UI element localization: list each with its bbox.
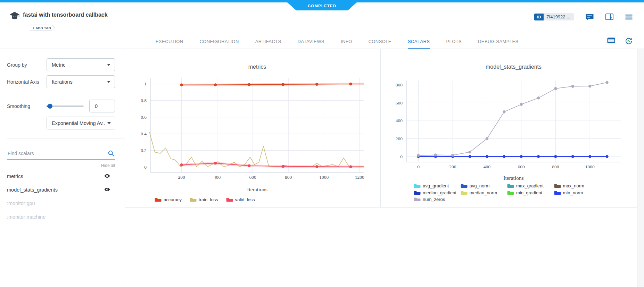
legend-swatch <box>460 190 468 195</box>
header: COMPLETED fastai with tensorboard callba… <box>0 0 644 49</box>
x-axis-label: Iterations <box>406 175 621 181</box>
svg-text:400: 400 <box>396 118 403 123</box>
scrollbar-gutter[interactable] <box>637 49 644 287</box>
legend-label: accuracy <box>164 197 182 202</box>
legend-swatch <box>460 183 468 188</box>
svg-text:0.2: 0.2 <box>141 148 147 153</box>
legend-label: min_norm <box>563 190 583 195</box>
legend-item-avg_gradient[interactable]: avg_gradient <box>413 183 460 189</box>
legend-swatch <box>507 190 514 195</box>
chevron-down-icon <box>107 64 110 66</box>
experiment-type-icon <box>9 11 20 20</box>
smoothing-value-input[interactable] <box>89 100 115 112</box>
scalar-group-label: :monitor:machine <box>7 214 46 220</box>
legend-item-min_gradient[interactable]: min_gradient <box>507 189 554 196</box>
smoothing-method-value: Exponential Moving Av... <box>52 120 105 126</box>
svg-text:1000: 1000 <box>585 164 595 169</box>
add-tag-label: + ADD TAG <box>30 25 55 31</box>
tab-console[interactable]: CONSOLE <box>369 39 391 49</box>
tab-info[interactable]: INFO <box>341 39 352 49</box>
details-panel-icon[interactable] <box>586 14 594 20</box>
add-tag-button[interactable]: + ADD TAG <box>30 25 55 31</box>
scalar-group-label: metrics <box>7 174 23 179</box>
eye-visibility-icon[interactable] <box>104 174 110 178</box>
legend-label: train_loss <box>199 197 218 202</box>
legend-label: num_zeros <box>423 197 445 202</box>
smoothing-method-select[interactable]: Exponential Moving Av... <box>47 117 115 129</box>
legend-item-max_norm[interactable]: max_norm <box>554 183 601 189</box>
legend-item-median_norm[interactable]: median_norm <box>460 189 507 196</box>
legend-item-train_loss[interactable]: train_loss <box>189 196 218 203</box>
scalars-sidebar: Group by Metric Horizontal Axis Iteratio… <box>0 49 124 287</box>
legend-item-avg_norm[interactable]: avg_norm <box>460 183 507 189</box>
group-by-select[interactable]: Metric <box>47 58 115 71</box>
chart-model-stats-gradients[interactable]: model_stats_gradients0200400600800100002… <box>380 49 637 208</box>
legend-swatch <box>554 190 561 195</box>
eye-visibility-icon[interactable] <box>104 187 110 192</box>
svg-text:1200: 1200 <box>355 175 364 180</box>
tab-execution[interactable]: EXECUTION <box>156 39 183 49</box>
scalar-group-row-metrics[interactable]: metrics <box>0 169 124 183</box>
svg-text:200: 200 <box>178 175 185 180</box>
svg-text:0: 0 <box>417 164 420 169</box>
experiment-id-value: 7f419922 ... <box>544 13 574 20</box>
chart-legend: avg_gradientavg_normmax_gradientmax_norm… <box>413 183 600 203</box>
legend-item-min_norm[interactable]: min_norm <box>554 189 601 196</box>
search-icon[interactable] <box>108 150 114 158</box>
menu-icon[interactable] <box>625 14 633 20</box>
status-badge: COMPLETED <box>287 2 357 10</box>
svg-text:600: 600 <box>249 175 257 180</box>
legend-item-max_gradient[interactable]: max_gradient <box>507 183 554 189</box>
find-scalars-input[interactable] <box>7 150 104 157</box>
legend-swatch <box>189 197 197 202</box>
legend-item-valid_loss[interactable]: valid_loss <box>226 196 255 203</box>
legend-item-num_zeros[interactable]: num_zeros <box>413 196 460 203</box>
svg-text:600: 600 <box>518 164 525 169</box>
chevron-down-icon <box>107 122 111 124</box>
auto-refresh-icon[interactable] <box>625 37 633 45</box>
top-status-strip <box>0 0 644 2</box>
tab-scalars[interactable]: SCALARS <box>408 39 430 49</box>
legend-swatch <box>226 197 233 202</box>
legend-label: min_gradient <box>516 190 542 195</box>
tab-configuration[interactable]: CONFIGURATION <box>199 39 239 49</box>
horizontal-axis-label: Horizontal Axis <box>7 79 47 85</box>
legend-swatch <box>554 183 561 188</box>
smoothing-slider[interactable] <box>47 104 84 109</box>
legend-label: max_norm <box>563 183 584 188</box>
tab-dataviews[interactable]: DATAVIEWS <box>298 39 324 49</box>
smoothing-label: Smoothing <box>7 103 47 109</box>
experiment-id-chip[interactable]: ID 7f419922 ... <box>534 13 574 20</box>
legend-swatch <box>413 197 421 202</box>
legend-swatch <box>507 183 514 188</box>
info-panel-icon[interactable] <box>605 14 613 20</box>
horizontal-axis-select[interactable]: Iterations <box>47 75 115 88</box>
chart-title: model_stats_gradients <box>406 64 621 70</box>
table-view-icon[interactable] <box>607 37 615 45</box>
chart-legend: accuracytrain_lossvalid_loss <box>154 196 255 203</box>
tab-bar: EXECUTIONCONFIGURATIONARTIFACTSDATAVIEWS… <box>156 39 519 49</box>
scalar-group-row-model-stats-gradients[interactable]: model_stats_gradients <box>0 183 124 196</box>
chart-metrics[interactable]: metrics2004006008001000120000.20.40.60.8… <box>125 49 380 208</box>
tab-artifacts[interactable]: ARTIFACTS <box>255 39 281 49</box>
svg-text:400: 400 <box>484 164 491 169</box>
id-badge: ID <box>534 14 544 20</box>
tab-debug-samples[interactable]: DEBUG SAMPLES <box>478 39 518 49</box>
slider-thumb[interactable] <box>48 104 52 109</box>
scalar-group-row--monitor-machine[interactable]: :monitor:machine <box>0 210 124 223</box>
svg-text:0: 0 <box>144 164 147 170</box>
svg-text:200: 200 <box>449 164 456 169</box>
divider <box>7 138 124 138</box>
tab-plots[interactable]: PLOTS <box>446 39 462 49</box>
x-axis-label: Iterations <box>150 186 364 193</box>
legend-swatch <box>413 183 421 188</box>
legend-item-median_gradient[interactable]: median_gradient <box>413 189 460 196</box>
scalar-group-row--monitor-gpu[interactable]: :monitor:gpu <box>0 196 124 210</box>
group-by-label: Group by <box>7 62 47 68</box>
svg-text:800: 800 <box>285 175 292 180</box>
hide-all-button[interactable]: Hide all <box>0 163 115 168</box>
svg-text:0: 0 <box>400 154 403 159</box>
svg-text:0.6: 0.6 <box>141 115 147 120</box>
legend-item-accuracy[interactable]: accuracy <box>154 196 182 203</box>
legend-label: valid_loss <box>235 197 255 202</box>
